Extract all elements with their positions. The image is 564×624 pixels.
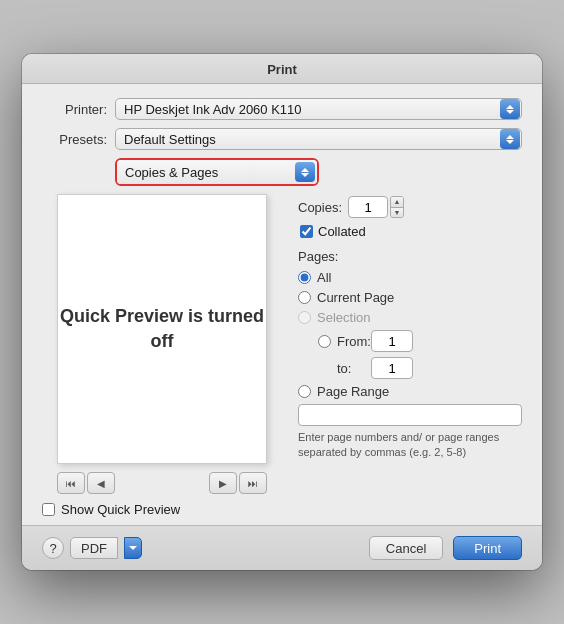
presets-row: Presets: Default Settings [42,128,522,150]
printer-select[interactable]: HP Deskjet Ink Adv 2060 K110 [115,98,522,120]
nav-prev-button[interactable]: ◀ [87,472,115,494]
section-select-wrapper: Copies & Pages [115,158,319,186]
current-page-radio-label: Current Page [317,290,394,305]
copies-row: Copies: ▲ ▼ [298,196,522,218]
presets-label: Presets: [42,132,107,147]
page-range-input[interactable] [298,404,522,426]
page-range-radio-row: Page Range [298,384,522,399]
presets-select[interactable]: Default Settings [115,128,522,150]
pdf-arrow-button[interactable] [124,537,142,559]
copies-input[interactable] [348,196,388,218]
bottom-bar: ? PDF Cancel Print [22,525,542,570]
nav-controls: ⏮ ◀ ▶ ⏭ [57,472,267,494]
copies-increment-button[interactable]: ▲ [391,197,403,208]
selection-radio[interactable] [298,311,311,324]
from-input[interactable] [371,330,413,352]
helper-text: Enter page numbers and/ or page ranges s… [298,430,522,461]
copies-stepper[interactable]: ▲ ▼ [390,196,404,218]
print-button[interactable]: Print [453,536,522,560]
bottom-left: ? PDF [42,537,142,559]
printer-row: Printer: HP Deskjet Ink Adv 2060 K110 [42,98,522,120]
page-range-radio[interactable] [298,385,311,398]
presets-select-wrapper: Default Settings [115,128,522,150]
bottom-right: Cancel Print [369,536,522,560]
to-input[interactable] [371,357,413,379]
selection-radio-label: Selection [317,310,370,325]
from-row: From: [298,330,522,352]
copies-decrement-button[interactable]: ▼ [391,208,403,218]
right-panel: Copies: ▲ ▼ Collated Pages: All [298,194,522,494]
preview-page: Quick Preview is turned off [57,194,267,464]
collated-label: Collated [318,224,366,239]
to-label: to: [337,361,365,376]
from-label: From: [337,334,365,349]
section-select-row: Copies & Pages [42,158,522,186]
printer-label: Printer: [42,102,107,117]
print-dialog: Print Printer: HP Deskjet Ink Adv 2060 K… [22,54,542,570]
current-page-radio-row: Current Page [298,290,522,305]
page-range-radio-label: Page Range [317,384,389,399]
show-preview-row: Show Quick Preview [22,502,542,517]
all-radio[interactable] [298,271,311,284]
cancel-button[interactable]: Cancel [369,536,443,560]
copies-label: Copies: [298,200,342,215]
collated-row: Collated [298,224,522,239]
pdf-button[interactable]: PDF [70,537,118,559]
dialog-title: Print [22,54,542,84]
show-preview-checkbox[interactable] [42,503,55,516]
help-button[interactable]: ? [42,537,64,559]
printer-select-wrapper: HP Deskjet Ink Adv 2060 K110 [115,98,522,120]
nav-last-button[interactable]: ⏭ [239,472,267,494]
show-preview-label: Show Quick Preview [61,502,180,517]
all-radio-row: All [298,270,522,285]
from-radio[interactable] [318,335,331,348]
copies-input-wrapper: ▲ ▼ [348,196,404,218]
preview-area: Quick Preview is turned off ⏮ ◀ ▶ ⏭ [42,194,282,494]
selection-radio-row: Selection [298,310,522,325]
nav-first-button[interactable]: ⏮ [57,472,85,494]
current-page-radio[interactable] [298,291,311,304]
nav-next-button[interactable]: ▶ [209,472,237,494]
preview-text: Quick Preview is turned off [58,304,266,354]
pages-section-label: Pages: [298,249,522,264]
all-radio-label: All [317,270,331,285]
section-select[interactable]: Copies & Pages [117,160,317,184]
main-area: Quick Preview is turned off ⏮ ◀ ▶ ⏭ Copi… [22,194,542,494]
collated-checkbox[interactable] [300,225,313,238]
to-row: to: [298,357,522,379]
